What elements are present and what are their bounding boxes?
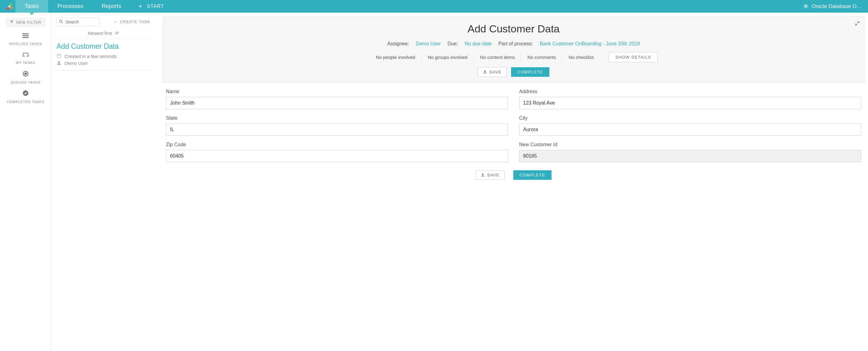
chip-content[interactable]: No content items <box>474 53 521 62</box>
assignee-label: Assignee: <box>388 41 409 46</box>
due-label: Due: <box>447 41 458 46</box>
zip-input[interactable] <box>166 150 508 162</box>
sort-selector[interactable]: Newest first <box>54 26 153 39</box>
plus-icon: ＋ <box>138 3 143 9</box>
header-complete-button[interactable]: COMPLETE <box>511 67 549 77</box>
state-label: State <box>166 115 508 121</box>
create-task-button[interactable]: ＋ CREATE TASK <box>114 20 150 25</box>
chip-groups[interactable]: No groups involved <box>422 53 474 62</box>
nav-tab-processes[interactable]: Processes <box>48 0 93 13</box>
inbox-icon <box>23 52 29 59</box>
asterisk-icon: ✳ <box>803 2 808 10</box>
header-save-button[interactable]: SAVE <box>478 67 507 77</box>
task-user-text: Demo User <box>64 60 88 66</box>
svg-rect-9 <box>57 54 61 58</box>
create-task-label: CREATE TASK <box>120 20 150 24</box>
task-meta-created: Created in a few seconds <box>57 54 150 59</box>
customer-id-input[interactable] <box>519 150 861 162</box>
nav-start-button[interactable]: ＋ START <box>130 3 172 9</box>
download-icon <box>481 173 485 177</box>
nav-tab-label: Reports <box>102 3 121 9</box>
process-link[interactable]: Bank Customer OnBoarding - June 20th 201… <box>540 41 640 46</box>
task-list-panel: ＋ CREATE TASK Newest first Add Customer … <box>52 13 155 351</box>
search-icon <box>59 20 63 24</box>
svg-point-6 <box>23 90 28 96</box>
bars-icon <box>23 33 29 40</box>
task-meta-user: Demo User <box>57 60 150 66</box>
detail-title: Add Customer Data <box>169 23 858 35</box>
detail-chips-row: No people involved No groups involved No… <box>169 52 858 62</box>
sidebar-item-my-tasks[interactable]: MY TASKS <box>16 52 35 65</box>
target-icon <box>23 71 29 78</box>
process-label: Part of process: <box>498 41 533 46</box>
svg-rect-2 <box>23 35 29 36</box>
app-logo[interactable] <box>0 2 16 10</box>
name-input[interactable] <box>166 97 508 109</box>
nav-tab-label: Processes <box>57 3 83 9</box>
detail-header: Add Customer Data Assignee: Demo User Du… <box>163 17 864 83</box>
zip-label: Zip Code <box>166 142 508 148</box>
sidebar: NEW FILTER INVOLVED TASKS MY TASKS QUEUE… <box>0 13 52 351</box>
task-detail-panel: Add Customer Data Assignee: Demo User Du… <box>155 13 868 351</box>
new-filter-button[interactable]: NEW FILTER <box>5 18 45 27</box>
city-input[interactable] <box>519 123 861 136</box>
show-details-button[interactable]: SHOW DETAILS <box>609 52 657 62</box>
nav-tab-label: Tasks <box>25 3 39 9</box>
chip-people[interactable]: No people involved <box>370 53 422 62</box>
sidebar-item-label: COMPLETED TASKS <box>7 100 44 104</box>
nav-tab-tasks[interactable]: Tasks <box>16 0 48 13</box>
task-list-item[interactable]: Add Customer Data Created in a few secon… <box>54 39 153 70</box>
customer-id-label: New Customer Id <box>519 142 861 148</box>
form-area: Name Address State City <box>163 83 864 183</box>
sidebar-item-label: MY TASKS <box>16 60 35 65</box>
name-label: Name <box>166 89 508 94</box>
svg-rect-3 <box>23 37 29 38</box>
chip-checklist[interactable]: No checklist <box>562 53 600 62</box>
save-label: SAVE <box>489 70 501 74</box>
address-input[interactable] <box>519 97 861 109</box>
form-complete-button[interactable]: COMPLETE <box>513 170 552 180</box>
nav-right-app[interactable]: ✳ Oracle Database O… <box>803 2 868 10</box>
svg-point-7 <box>60 20 62 23</box>
download-icon <box>483 70 487 74</box>
svg-point-13 <box>58 61 60 63</box>
chip-comments[interactable]: No comments <box>521 53 563 62</box>
state-input[interactable] <box>166 123 508 136</box>
task-created-text: Created in a few seconds <box>64 54 117 59</box>
check-circle-icon <box>23 90 29 98</box>
svg-rect-1 <box>23 33 29 34</box>
nav-right-label: Oracle Database O… <box>811 3 862 9</box>
new-filter-label: NEW FILTER <box>16 20 41 25</box>
due-link[interactable]: No due date <box>465 41 492 46</box>
sidebar-item-label: QUEUED TASKS <box>10 80 40 85</box>
funnel-icon <box>10 20 13 25</box>
collapse-icon[interactable] <box>855 21 860 27</box>
calendar-icon <box>57 54 61 59</box>
search-input[interactable] <box>57 18 100 26</box>
assignee-link[interactable]: Demo User <box>416 41 441 46</box>
nav-start-label: START <box>147 4 164 9</box>
save-label: SAVE <box>487 173 499 177</box>
detail-info-row: Assignee: Demo User Due: No due date Par… <box>169 41 858 46</box>
sidebar-item-completed-tasks[interactable]: COMPLETED TASKS <box>7 90 44 104</box>
user-icon <box>57 60 61 66</box>
sort-arrows-icon <box>115 31 119 36</box>
top-navbar: Tasks Processes Reports ＋ START ✳ Oracle… <box>0 0 868 13</box>
nav-tab-reports[interactable]: Reports <box>93 0 130 13</box>
city-label: City <box>519 115 861 121</box>
sidebar-item-queued-tasks[interactable]: QUEUED TASKS <box>10 71 40 85</box>
pinwheel-logo-icon <box>5 2 13 10</box>
sort-label: Newest first <box>88 31 112 36</box>
address-label: Address <box>519 89 861 94</box>
sidebar-item-involved-tasks[interactable]: INVOLVED TASKS <box>9 33 42 46</box>
svg-line-8 <box>62 22 63 23</box>
form-save-button[interactable]: SAVE <box>476 170 505 180</box>
task-item-title: Add Customer Data <box>57 42 150 51</box>
sidebar-item-label: INVOLVED TASKS <box>9 42 42 46</box>
plus-icon: ＋ <box>114 20 118 25</box>
svg-point-5 <box>25 73 27 75</box>
